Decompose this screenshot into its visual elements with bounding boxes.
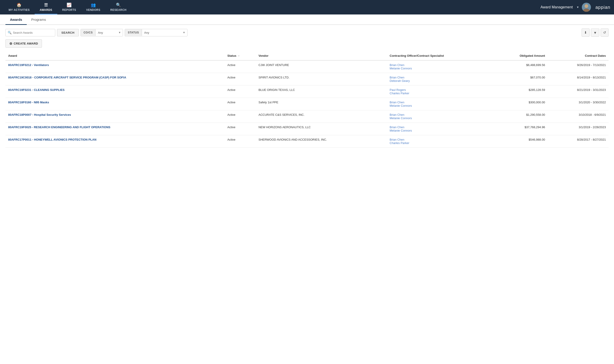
table-body: 80AFRC19F0212 - Ventilators Active CJW J… bbox=[5, 60, 609, 148]
cell-co-cs-2: Paul Rogers Charles Parker bbox=[387, 85, 493, 98]
appian-logo: appian bbox=[595, 5, 610, 10]
download-icon: ⬇ bbox=[584, 30, 587, 35]
cell-vendor-2: BLUE ORIGIN TEXAS, LLC bbox=[256, 85, 387, 98]
cell-co-cs-5: Brian Chen Melanie Connors bbox=[387, 123, 493, 135]
avatar[interactable] bbox=[582, 3, 591, 12]
award-link-5[interactable]: 80AFRC19F0025 - RESEARCH ENGINEERING AND… bbox=[8, 126, 110, 129]
cell-dates-5: 3/1/2019 - 2/28/2023 bbox=[548, 123, 609, 135]
cs-link-5[interactable]: Melanie Connors bbox=[390, 129, 490, 132]
cell-amount-5: $37,768,294.96 bbox=[493, 123, 548, 135]
co-link-5[interactable]: Brian Chen bbox=[390, 126, 490, 129]
content-area: 🔍 SEARCH CO/CS Any Brian Chen Paul Roger… bbox=[0, 25, 614, 151]
cell-amount-0: $6,488,699.56 bbox=[493, 60, 548, 73]
cell-co-cs-3: Brian Chen Melanie Connors bbox=[387, 98, 493, 110]
col-header-status[interactable]: Status ↑ bbox=[224, 51, 256, 60]
cell-award-6: 80AFRC17P0011 - HONEYWELL AVIONICS PROTE… bbox=[5, 135, 224, 148]
table-row: 80AFRC19F0025 - RESEARCH ENGINEERING AND… bbox=[5, 123, 609, 135]
nav-label-reports: REPORTS bbox=[62, 8, 76, 12]
cell-award-2: 80AFRC19F0231 - CLEANING SUPPLIES bbox=[5, 85, 224, 98]
nav-label-research: RESEARCH bbox=[110, 8, 126, 12]
awards-icon: ☰ bbox=[44, 2, 48, 7]
cs-link-3[interactable]: Melanie Connors bbox=[390, 104, 490, 107]
award-link-6[interactable]: 80AFRC17P0011 - HONEYWELL AVIONICS PROTE… bbox=[8, 138, 97, 141]
award-link-1[interactable]: 80AFRC19C0018 - CORPORATE AIRCRAFT SERVI… bbox=[8, 76, 126, 79]
table-row: 80AFRC18P0007 - Hospital Security Servic… bbox=[5, 110, 609, 123]
filter-button-group: ▼ bbox=[591, 28, 599, 37]
cocs-label: CO/CS bbox=[81, 29, 96, 36]
cell-co-cs-6: Brian Chen Charles Parker bbox=[387, 135, 493, 148]
search-bar: 🔍 SEARCH CO/CS Any Brian Chen Paul Roger… bbox=[5, 28, 609, 37]
app-title[interactable]: Award Management bbox=[540, 5, 573, 9]
status-select[interactable]: Any Active Inactive bbox=[142, 29, 187, 36]
col-header-co-cs: Contracting Officer/Contract Specialist bbox=[387, 51, 493, 60]
award-link-4[interactable]: 80AFRC18P0007 - Hospital Security Servic… bbox=[8, 113, 71, 117]
cell-amount-1: $67,070.00 bbox=[493, 73, 548, 85]
filter-icon: ▼ bbox=[593, 31, 597, 35]
nav-label-my-activities: MY ACTIVITIES bbox=[9, 8, 30, 12]
cell-dates-4: 3/10/2018 - 6/9/2021 bbox=[548, 110, 609, 123]
nav-item-awards[interactable]: ☰ AWARDS bbox=[35, 0, 57, 14]
cell-dates-6: 8/28/2017 - 8/27/2021 bbox=[548, 135, 609, 148]
search-button[interactable]: SEARCH bbox=[57, 29, 79, 36]
cocs-filter: CO/CS Any Brian Chen Paul Rogers ▼ bbox=[81, 29, 123, 36]
home-icon: 🏠 bbox=[16, 2, 22, 7]
status-label: STATUS bbox=[125, 29, 142, 36]
cell-amount-4: $1,290,558.00 bbox=[493, 110, 548, 123]
cs-link-2[interactable]: Charles Parker bbox=[390, 91, 490, 95]
col-header-award: Award bbox=[5, 51, 224, 60]
nav-item-my-activities[interactable]: 🏠 MY ACTIVITIES bbox=[4, 0, 35, 14]
cs-link-6[interactable]: Charles Parker bbox=[390, 141, 490, 145]
cell-status-6: Active bbox=[224, 135, 256, 148]
tab-programs[interactable]: Programs bbox=[27, 14, 51, 25]
cell-award-1: 80AFRC19C0018 - CORPORATE AIRCRAFT SERVI… bbox=[5, 73, 224, 85]
nav-right: Award Management ▼ appian bbox=[540, 3, 610, 12]
page-tabs: Awards Programs bbox=[0, 14, 614, 25]
search-input-wrapper: 🔍 bbox=[5, 29, 55, 36]
table-row: 80AFRC19F0231 - CLEANING SUPPLIES Active… bbox=[5, 85, 609, 98]
award-link-3[interactable]: 80AFRC18F0160 - N95 Masks bbox=[8, 101, 49, 104]
cell-award-0: 80AFRC19F0212 - Ventilators bbox=[5, 60, 224, 73]
create-award-plus-icon: ⊕ bbox=[9, 41, 12, 46]
cell-co-cs-4: Brian Chen Melanie Connors bbox=[387, 110, 493, 123]
create-award-button[interactable]: ⊕ CREATE AWARD bbox=[5, 39, 42, 48]
table-header: Award Status ↑ Vendor Contracting Office… bbox=[5, 51, 609, 60]
cell-status-5: Active bbox=[224, 123, 256, 135]
app-title-dropdown[interactable]: ▼ bbox=[576, 6, 579, 9]
cs-link-4[interactable]: Melanie Connors bbox=[390, 117, 490, 120]
cell-status-4: Active bbox=[224, 110, 256, 123]
table-row: 80AFRC19C0018 - CORPORATE AIRCRAFT SERVI… bbox=[5, 73, 609, 85]
award-link-0[interactable]: 80AFRC19F0212 - Ventilators bbox=[8, 63, 49, 67]
nav-label-awards: AWARDS bbox=[40, 8, 52, 12]
tab-awards[interactable]: Awards bbox=[5, 14, 27, 25]
cs-link-0[interactable]: Melanie Connors bbox=[390, 67, 490, 70]
cell-award-3: 80AFRC18F0160 - N95 Masks bbox=[5, 98, 224, 110]
reports-icon: 📈 bbox=[67, 2, 72, 7]
status-sort-arrow: ↑ bbox=[238, 54, 239, 57]
co-link-1[interactable]: Brian Chen bbox=[390, 76, 490, 79]
awards-table: Award Status ↑ Vendor Contracting Office… bbox=[5, 51, 609, 148]
co-link-6[interactable]: Brian Chen bbox=[390, 138, 490, 141]
nav-item-research[interactable]: 🔍 RESEARCH bbox=[105, 0, 131, 14]
table-row: 80AFRC19F0212 - Ventilators Active CJW J… bbox=[5, 60, 609, 73]
award-link-2[interactable]: 80AFRC19F0231 - CLEANING SUPPLIES bbox=[8, 88, 65, 91]
download-button[interactable]: ⬇ bbox=[582, 28, 589, 37]
filter-button[interactable]: ▼ bbox=[591, 29, 599, 36]
vendors-icon: 👥 bbox=[91, 2, 96, 7]
co-link-3[interactable]: Brian Chen bbox=[390, 101, 490, 104]
cocs-select-wrapper: Any Brian Chen Paul Rogers ▼ bbox=[96, 29, 123, 36]
search-input[interactable] bbox=[5, 29, 55, 36]
status-filter: STATUS Any Active Inactive ▼ bbox=[125, 29, 187, 36]
cell-vendor-3: Safety 1st PPE bbox=[256, 98, 387, 110]
cell-dates-1: 8/14/2019 - 8/13/2021 bbox=[548, 73, 609, 85]
cell-award-4: 80AFRC18P0007 - Hospital Security Servic… bbox=[5, 110, 224, 123]
nav-item-reports[interactable]: 📈 REPORTS bbox=[57, 0, 81, 14]
co-link-4[interactable]: Brian Chen bbox=[390, 113, 490, 117]
cell-dates-2: 8/21/2019 - 3/31/2023 bbox=[548, 85, 609, 98]
nav-item-vendors[interactable]: 👥 VENDORS bbox=[81, 0, 105, 14]
refresh-button[interactable]: ↺ bbox=[601, 28, 609, 37]
search-icon: 🔍 bbox=[8, 31, 12, 34]
co-link-0[interactable]: Brian Chen bbox=[390, 63, 490, 67]
cs-link-1[interactable]: Deborah Geary bbox=[390, 79, 490, 82]
cocs-select[interactable]: Any Brian Chen Paul Rogers bbox=[96, 29, 123, 36]
co-link-2[interactable]: Paul Rogers bbox=[390, 88, 490, 91]
